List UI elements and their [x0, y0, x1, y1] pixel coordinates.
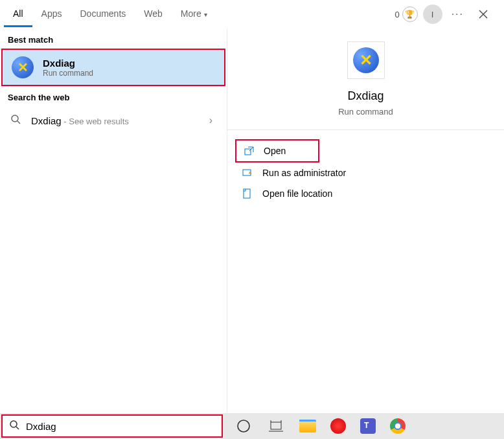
results-panel: Best match ✕ Dxdiag Run command Search t… — [0, 28, 227, 418]
svg-rect-6 — [271, 422, 281, 429]
file-explorer-icon[interactable] — [299, 420, 316, 433]
svg-point-4 — [10, 421, 17, 427]
open-file-location-action[interactable]: Open file location — [235, 183, 496, 204]
app-icon: ✕ — [347, 41, 385, 79]
detail-panel: ✕ Dxdiag Run command Open Run as adminis… — [227, 28, 504, 418]
search-box[interactable] — [1, 414, 223, 438]
search-input[interactable] — [26, 421, 215, 432]
search-icon — [9, 420, 19, 433]
svg-rect-3 — [244, 189, 250, 198]
teams-icon[interactable] — [360, 418, 376, 434]
best-match-label: Best match — [0, 28, 227, 49]
tab-documents[interactable]: Documents — [71, 2, 135, 27]
rewards-points[interactable]: 0 🏆 — [395, 6, 417, 22]
search-web-label: Search the web — [0, 86, 227, 106]
chrome-icon[interactable] — [390, 418, 406, 434]
user-avatar[interactable]: I — [423, 5, 442, 24]
opera-icon[interactable] — [330, 418, 346, 434]
close-button[interactable] — [473, 4, 494, 25]
trophy-icon: 🏆 — [402, 6, 418, 22]
folder-icon — [242, 188, 253, 199]
open-icon — [243, 146, 255, 156]
best-match-result[interactable]: ✕ Dxdiag Run command — [1, 49, 225, 86]
chevron-right-icon: › — [209, 115, 212, 126]
web-result[interactable]: Dxdiag - See web results › — [0, 106, 227, 135]
run-as-admin-action[interactable]: Run as administrator — [235, 163, 496, 183]
web-result-suffix: - See web results — [62, 117, 129, 126]
more-options-button[interactable]: ··· — [448, 8, 468, 20]
tab-all[interactable]: All — [4, 2, 32, 27]
app-subtitle: Run command — [338, 107, 393, 117]
tab-apps[interactable]: Apps — [32, 2, 71, 27]
result-title: Dxdiag — [43, 58, 93, 69]
result-subtitle: Run command — [43, 69, 93, 78]
tab-more[interactable]: More▾ — [172, 2, 216, 27]
svg-rect-1 — [245, 149, 251, 155]
svg-point-5 — [238, 420, 249, 432]
run-admin-label: Run as administrator — [262, 168, 346, 178]
dxdiag-icon: ✕ — [12, 56, 34, 78]
tab-web[interactable]: Web — [135, 2, 172, 27]
search-icon — [9, 114, 22, 127]
admin-icon — [242, 168, 253, 178]
chevron-down-icon: ▾ — [204, 11, 207, 18]
open-location-label: Open file location — [262, 188, 332, 199]
svg-point-0 — [12, 115, 18, 122]
search-filter-tabs: All Apps Documents Web More▾ 0 🏆 I ··· — [0, 0, 504, 28]
cortana-icon[interactable] — [235, 417, 253, 435]
open-label: Open — [264, 146, 286, 156]
open-action[interactable]: Open — [235, 139, 319, 163]
app-title: Dxdiag — [347, 89, 384, 103]
web-result-term: Dxdiag — [31, 115, 62, 126]
taskbar — [0, 413, 504, 439]
task-view-icon[interactable] — [267, 417, 285, 435]
